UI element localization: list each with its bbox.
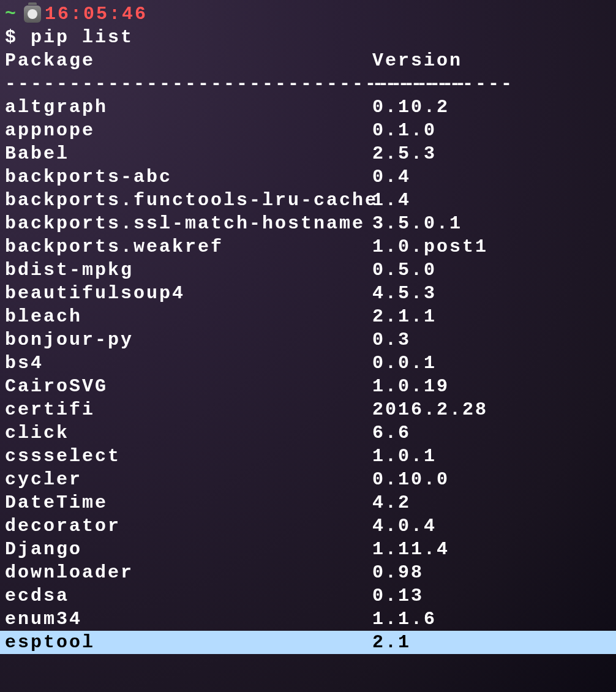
package-name: cssselect [5,445,372,468]
header-package: Package [5,49,372,72]
package-version: 1.0.post1 [372,235,611,258]
package-row: decorator4.0.4 [5,514,611,538]
package-version: 4.2 [372,491,611,514]
prompt-char: $ [5,27,18,48]
package-version: 2.5.3 [372,142,611,165]
command-line: $ pip list [5,26,611,49]
cwd-indicator: ~ [5,4,18,24]
package-version: 0.3 [372,328,611,352]
table-header: Package Version [5,49,611,72]
package-version: 2.1.1 [372,305,611,328]
package-version: 0.98 [372,561,611,584]
divider-package: ------------------------------------ [5,72,372,96]
package-name: esptool [5,631,372,654]
package-name: ecdsa [5,584,372,607]
package-name: certifi [5,398,372,421]
package-name: bleach [5,305,372,328]
package-name: Django [5,538,372,561]
package-row: backports.weakref1.0.post1 [5,235,611,258]
package-version: 0.0.1 [372,352,611,375]
package-row: backports-abc0.4 [5,165,611,189]
package-name: Babel [5,142,372,165]
package-row: bs40.0.1 [5,352,611,375]
package-name: click [5,421,372,445]
clock-icon [24,6,41,23]
divider-version: ----------- [372,72,611,96]
package-name: beautifulsoup4 [5,282,372,305]
package-version: 0.10.0 [372,468,611,491]
package-version: 0.5.0 [372,258,611,282]
header-version: Version [372,49,611,72]
package-name: appnope [5,119,372,142]
package-row: Django1.11.4 [5,538,611,561]
package-row: click6.6 [5,421,611,445]
package-name: backports-abc [5,165,372,189]
timestamp: 16:05:46 [45,4,148,24]
package-row: backports.functools-lru-cache1.4 [5,189,611,212]
package-name: altgraph [5,96,372,119]
package-row: esptool2.1 [0,631,616,654]
prompt-line: ~ 16:05:46 [5,2,611,26]
package-version: 6.6 [372,421,611,445]
package-name: bdist-mpkg [5,258,372,282]
package-name: enum34 [5,607,372,631]
package-row: bdist-mpkg0.5.0 [5,258,611,282]
package-name: CairoSVG [5,375,372,398]
package-version: 0.1.0 [372,119,611,142]
table-divider: ------------------------------------ ---… [5,72,611,96]
package-name: bs4 [5,352,372,375]
package-row: CairoSVG1.0.19 [5,375,611,398]
package-name: decorator [5,514,372,538]
package-row: Babel2.5.3 [5,142,611,165]
package-row: backports.ssl-match-hostname3.5.0.1 [5,212,611,235]
package-version: 2016.2.28 [372,398,611,421]
package-row: DateTime4.2 [5,491,611,514]
package-name: backports.ssl-match-hostname [5,212,372,235]
package-name: cycler [5,468,372,491]
package-version: 1.4 [372,189,611,212]
package-row: certifi2016.2.28 [5,398,611,421]
package-name: backports.functools-lru-cache [5,189,372,212]
package-version: 2.1 [372,631,611,654]
package-row: enum341.1.6 [5,607,611,631]
terminal-output[interactable]: ~ 16:05:46 $ pip list Package Version --… [0,0,616,654]
package-row: ecdsa0.13 [5,584,611,607]
package-name: backports.weakref [5,235,372,258]
command-text: pip list [31,27,133,48]
package-row: downloader0.98 [5,561,611,584]
package-version: 1.1.6 [372,607,611,631]
package-version: 1.11.4 [372,538,611,561]
package-list: altgraph0.10.2appnope0.1.0Babel2.5.3back… [5,96,611,654]
package-row: beautifulsoup44.5.3 [5,282,611,305]
package-row: appnope0.1.0 [5,119,611,142]
package-row: altgraph0.10.2 [5,96,611,119]
package-name: DateTime [5,491,372,514]
package-version: 3.5.0.1 [372,212,611,235]
package-version: 0.13 [372,584,611,607]
package-name: bonjour-py [5,328,372,352]
package-version: 0.10.2 [372,96,611,119]
package-row: bonjour-py0.3 [5,328,611,352]
package-row: cycler0.10.0 [5,468,611,491]
package-version: 1.0.1 [372,445,611,468]
package-name: downloader [5,561,372,584]
package-version: 0.4 [372,165,611,189]
package-row: cssselect1.0.1 [5,445,611,468]
package-version: 4.0.4 [372,514,611,538]
package-row: bleach2.1.1 [5,305,611,328]
package-version: 4.5.3 [372,282,611,305]
package-version: 1.0.19 [372,375,611,398]
